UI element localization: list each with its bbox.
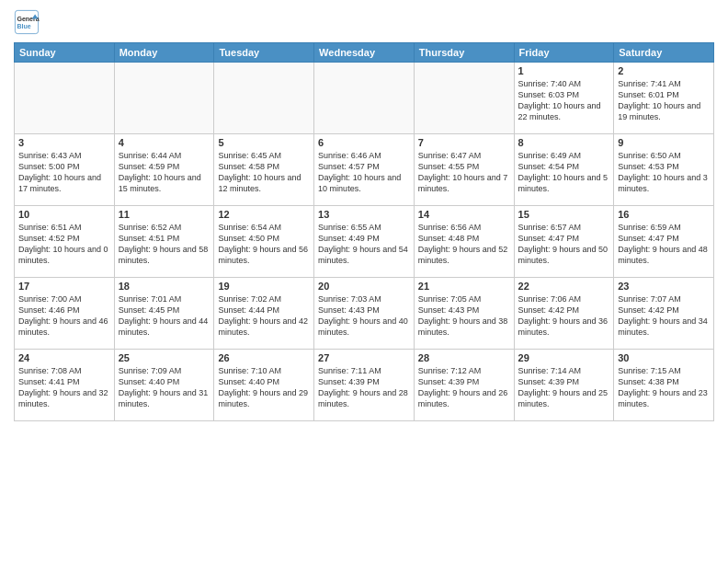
calendar-cell: 5Sunrise: 6:45 AM Sunset: 4:58 PM Daylig… — [214, 134, 314, 206]
calendar-cell: 12Sunrise: 6:54 AM Sunset: 4:50 PM Dayli… — [214, 206, 314, 278]
calendar-cell: 8Sunrise: 6:49 AM Sunset: 4:54 PM Daylig… — [514, 134, 614, 206]
cell-info: Sunrise: 6:52 AM Sunset: 4:51 PM Dayligh… — [119, 222, 210, 267]
cell-info: Sunrise: 6:56 AM Sunset: 4:48 PM Dayligh… — [418, 222, 510, 267]
day-number: 25 — [119, 352, 210, 363]
day-number: 27 — [318, 352, 410, 363]
week-row-5: 24Sunrise: 7:08 AM Sunset: 4:41 PM Dayli… — [15, 350, 714, 421]
week-row-3: 10Sunrise: 6:51 AM Sunset: 4:52 PM Dayli… — [15, 206, 714, 278]
cell-info: Sunrise: 7:12 AM Sunset: 4:39 PM Dayligh… — [418, 365, 510, 410]
calendar-cell: 4Sunrise: 6:44 AM Sunset: 4:59 PM Daylig… — [114, 134, 214, 206]
cell-info: Sunrise: 7:40 AM Sunset: 6:03 PM Dayligh… — [518, 78, 610, 123]
day-number: 16 — [618, 209, 710, 220]
calendar: SundayMondayTuesdayWednesdayThursdayFrid… — [14, 42, 714, 421]
calendar-cell: 19Sunrise: 7:02 AM Sunset: 4:44 PM Dayli… — [214, 278, 314, 350]
day-number: 10 — [18, 209, 110, 220]
cell-info: Sunrise: 6:44 AM Sunset: 4:59 PM Dayligh… — [119, 150, 210, 195]
calendar-cell: 1Sunrise: 7:40 AM Sunset: 6:03 PM Daylig… — [514, 63, 614, 134]
calendar-cell: 17Sunrise: 7:00 AM Sunset: 4:46 PM Dayli… — [15, 278, 115, 350]
day-number: 6 — [318, 137, 410, 148]
calendar-cell: 9Sunrise: 6:50 AM Sunset: 4:53 PM Daylig… — [614, 134, 714, 206]
svg-text:Blue: Blue — [17, 23, 31, 29]
calendar-cell: 23Sunrise: 7:07 AM Sunset: 4:42 PM Dayli… — [614, 278, 714, 350]
cell-info: Sunrise: 7:01 AM Sunset: 4:45 PM Dayligh… — [119, 293, 210, 339]
cell-info: Sunrise: 6:57 AM Sunset: 4:47 PM Dayligh… — [518, 222, 610, 267]
day-header-thursday: Thursday — [414, 43, 514, 63]
page: General Blue SundayMondayTuesdayWednesda… — [0, 0, 728, 563]
calendar-cell: 13Sunrise: 6:55 AM Sunset: 4:49 PM Dayli… — [314, 206, 415, 278]
day-number: 5 — [218, 137, 310, 148]
day-number: 2 — [618, 65, 710, 76]
logo-icon: General Blue — [14, 9, 40, 35]
day-number: 14 — [418, 209, 510, 220]
day-number: 24 — [18, 352, 110, 363]
day-number: 13 — [318, 209, 410, 220]
cell-info: Sunrise: 7:05 AM Sunset: 4:43 PM Dayligh… — [418, 293, 510, 339]
calendar-cell — [414, 63, 514, 134]
day-number: 18 — [119, 281, 210, 292]
cell-info: Sunrise: 7:08 AM Sunset: 4:41 PM Dayligh… — [18, 365, 110, 410]
cell-info: Sunrise: 6:50 AM Sunset: 4:53 PM Dayligh… — [618, 150, 710, 195]
day-number: 21 — [418, 281, 510, 292]
calendar-cell: 14Sunrise: 6:56 AM Sunset: 4:48 PM Dayli… — [414, 206, 514, 278]
calendar-cell: 21Sunrise: 7:05 AM Sunset: 4:43 PM Dayli… — [414, 278, 514, 350]
cell-info: Sunrise: 6:45 AM Sunset: 4:58 PM Dayligh… — [218, 150, 310, 195]
day-header-wednesday: Wednesday — [314, 43, 415, 63]
calendar-cell: 30Sunrise: 7:15 AM Sunset: 4:38 PM Dayli… — [614, 350, 714, 421]
day-number: 8 — [518, 137, 610, 148]
week-row-4: 17Sunrise: 7:00 AM Sunset: 4:46 PM Dayli… — [15, 278, 714, 350]
calendar-cell: 18Sunrise: 7:01 AM Sunset: 4:45 PM Dayli… — [114, 278, 214, 350]
day-number: 29 — [518, 352, 610, 363]
header: General Blue — [14, 9, 714, 35]
day-number: 17 — [18, 281, 110, 292]
cell-info: Sunrise: 6:43 AM Sunset: 5:00 PM Dayligh… — [18, 150, 110, 195]
week-row-2: 3Sunrise: 6:43 AM Sunset: 5:00 PM Daylig… — [15, 134, 714, 206]
day-number: 30 — [618, 352, 710, 363]
day-number: 22 — [518, 281, 610, 292]
cell-info: Sunrise: 6:47 AM Sunset: 4:55 PM Dayligh… — [418, 150, 510, 195]
calendar-cell: 11Sunrise: 6:52 AM Sunset: 4:51 PM Dayli… — [114, 206, 214, 278]
day-number: 15 — [518, 209, 610, 220]
day-header-tuesday: Tuesday — [214, 43, 314, 63]
calendar-header-row: SundayMondayTuesdayWednesdayThursdayFrid… — [15, 43, 714, 63]
calendar-cell: 28Sunrise: 7:12 AM Sunset: 4:39 PM Dayli… — [414, 350, 514, 421]
day-header-friday: Friday — [514, 43, 614, 63]
day-header-monday: Monday — [114, 43, 214, 63]
cell-info: Sunrise: 7:06 AM Sunset: 4:42 PM Dayligh… — [518, 293, 610, 339]
calendar-cell: 22Sunrise: 7:06 AM Sunset: 4:42 PM Dayli… — [514, 278, 614, 350]
cell-info: Sunrise: 7:07 AM Sunset: 4:42 PM Dayligh… — [618, 293, 710, 339]
day-header-sunday: Sunday — [15, 43, 115, 63]
cell-info: Sunrise: 6:46 AM Sunset: 4:57 PM Dayligh… — [318, 150, 410, 195]
day-number: 9 — [618, 137, 710, 148]
day-number: 19 — [218, 281, 310, 292]
calendar-cell — [214, 63, 314, 134]
calendar-cell: 20Sunrise: 7:03 AM Sunset: 4:43 PM Dayli… — [314, 278, 415, 350]
day-number: 12 — [218, 209, 310, 220]
day-header-saturday: Saturday — [614, 43, 714, 63]
cell-info: Sunrise: 6:49 AM Sunset: 4:54 PM Dayligh… — [518, 150, 610, 195]
logo: General Blue — [14, 9, 43, 35]
calendar-cell: 15Sunrise: 6:57 AM Sunset: 4:47 PM Dayli… — [514, 206, 614, 278]
cell-info: Sunrise: 7:02 AM Sunset: 4:44 PM Dayligh… — [218, 293, 310, 339]
cell-info: Sunrise: 7:15 AM Sunset: 4:38 PM Dayligh… — [618, 365, 710, 410]
day-number: 7 — [418, 137, 510, 148]
calendar-cell: 29Sunrise: 7:14 AM Sunset: 4:39 PM Dayli… — [514, 350, 614, 421]
svg-rect-0 — [15, 10, 38, 33]
day-number: 23 — [618, 281, 710, 292]
cell-info: Sunrise: 7:41 AM Sunset: 6:01 PM Dayligh… — [618, 78, 710, 123]
calendar-cell: 7Sunrise: 6:47 AM Sunset: 4:55 PM Daylig… — [414, 134, 514, 206]
calendar-cell: 16Sunrise: 6:59 AM Sunset: 4:47 PM Dayli… — [614, 206, 714, 278]
day-number: 20 — [318, 281, 410, 292]
day-number: 26 — [218, 352, 310, 363]
cell-info: Sunrise: 6:54 AM Sunset: 4:50 PM Dayligh… — [218, 222, 310, 267]
week-row-1: 1Sunrise: 7:40 AM Sunset: 6:03 PM Daylig… — [15, 63, 714, 134]
calendar-cell — [314, 63, 415, 134]
cell-info: Sunrise: 7:14 AM Sunset: 4:39 PM Dayligh… — [518, 365, 610, 410]
cell-info: Sunrise: 7:10 AM Sunset: 4:40 PM Dayligh… — [218, 365, 310, 410]
calendar-cell: 26Sunrise: 7:10 AM Sunset: 4:40 PM Dayli… — [214, 350, 314, 421]
day-number: 28 — [418, 352, 510, 363]
cell-info: Sunrise: 7:11 AM Sunset: 4:39 PM Dayligh… — [318, 365, 410, 410]
calendar-cell — [15, 63, 115, 134]
cell-info: Sunrise: 7:03 AM Sunset: 4:43 PM Dayligh… — [318, 293, 410, 339]
day-number: 3 — [18, 137, 110, 148]
cell-info: Sunrise: 7:09 AM Sunset: 4:40 PM Dayligh… — [119, 365, 210, 410]
